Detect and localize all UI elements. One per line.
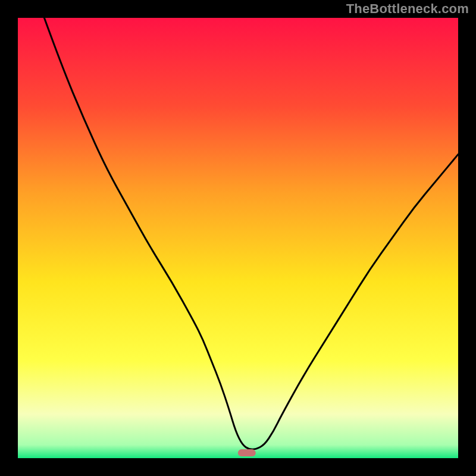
bottleneck-chart (0, 0, 476, 476)
chart-frame: TheBottleneck.com (0, 0, 476, 476)
optimum-marker (238, 449, 256, 456)
watermark-text: TheBottleneck.com (346, 1, 469, 17)
